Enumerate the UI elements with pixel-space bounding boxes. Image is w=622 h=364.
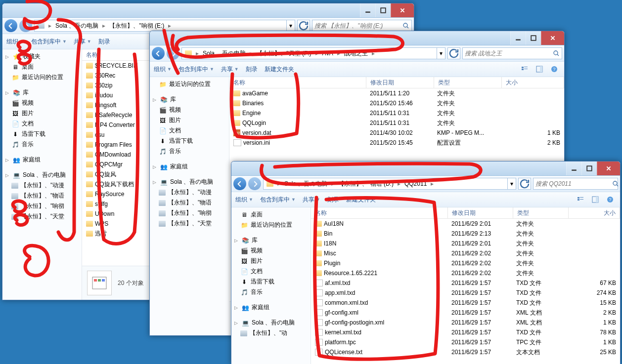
sidebar-computer[interactable]: ▷💻Sola 、吾の电脑 [2, 170, 82, 180]
list-item[interactable]: Binaries2011/5/20 15:46文件夹 [229, 98, 564, 108]
burn-button[interactable]: 刻录 [327, 196, 339, 204]
search-input[interactable] [463, 50, 551, 57]
list-item[interactable]: AuI18N2011/6/29 2:01文件夹 [311, 219, 620, 229]
help-button[interactable]: ? [548, 63, 560, 75]
close-button[interactable] [541, 31, 564, 45]
search-box[interactable] [533, 178, 618, 190]
sidebar-xunlei[interactable]: ⬇迅雷下载 [231, 277, 311, 287]
sidebar-documents[interactable]: 📄文档 [2, 119, 82, 129]
sidebar-drive[interactable]: 【永恒】、"响彻 [150, 208, 229, 218]
sidebar-drive[interactable]: 【永恒】、"动 [231, 328, 311, 338]
share-menu[interactable]: 共享▼ [303, 196, 320, 204]
sidebar-homegroup[interactable]: ▷👥家庭组 [150, 162, 229, 172]
path-dropdown[interactable]: ▾ [507, 178, 516, 189]
list-item[interactable]: common.xml.txd2011/6/29 1:57TXD 文件15 KB [311, 298, 620, 308]
new-folder-button[interactable]: 新建文件夹 [265, 65, 294, 74]
list-item[interactable]: gf-config-postlogin.xml2011/6/29 1:57XML… [311, 318, 620, 327]
share-menu[interactable]: 共享▼ [221, 65, 239, 74]
close-button[interactable] [597, 162, 620, 175]
path-dropdown[interactable]: ▾ [437, 48, 445, 59]
sidebar-homegroup[interactable]: ▷👥家庭组 [231, 302, 311, 313]
breadcrumb-bar[interactable]: ▸ Sola 、吾の电脑▸ 【永恒】、"响彻 (E:)▸ ▾ [34, 20, 295, 32]
new-folder-button[interactable]: 新建文件夹 [346, 196, 376, 204]
sidebar-desktop[interactable]: 🖥桌面 [2, 62, 82, 72]
sidebar-pictures[interactable]: 🖼图片 [231, 256, 311, 266]
refresh-button[interactable] [297, 20, 310, 32]
breadcrumb-item[interactable]: AVA [319, 48, 336, 59]
col-name[interactable]: 名称 [229, 77, 366, 88]
col-size[interactable]: 大小 [569, 207, 620, 218]
search-box[interactable] [312, 20, 412, 32]
breadcrumb-item[interactable]: QQ2011 [401, 178, 430, 189]
list-item[interactable]: Bin2011/6/29 2:13文件夹 [311, 229, 620, 239]
organize-menu[interactable]: 组织▼ [6, 38, 24, 46]
col-date[interactable]: 修改日期 [448, 207, 513, 218]
burn-button[interactable]: 刻录 [98, 38, 110, 46]
back-button[interactable] [152, 47, 165, 60]
sidebar-homegroup[interactable]: ▷👥家庭组 [2, 155, 82, 165]
minimize-button[interactable] [360, 3, 375, 17]
sidebar-computer[interactable]: ▷💻Sola 、吾の电脑 [150, 177, 229, 187]
sidebar-documents[interactable]: 📄文档 [150, 125, 229, 136]
list-item[interactable]: app.xml.txd2011/6/29 1:57TXD 文件274 KB [311, 288, 620, 298]
breadcrumb-item[interactable]: Sola 、吾の电脑 [52, 20, 101, 31]
list-item[interactable]: platform.tpc2011/6/29 1:57TPC 文件1 KB [311, 337, 620, 347]
list-item[interactable]: QQLicense.txt2011/6/29 1:57文本文档25 KB [311, 347, 620, 357]
list-item[interactable]: Plugin2011/6/29 2:02文件夹 [311, 258, 620, 268]
list-item[interactable]: Resource.1.65.22212011/6/29 2:02文件夹 [311, 268, 620, 278]
sidebar-documents[interactable]: 📄文档 [231, 266, 311, 277]
forward-button[interactable] [19, 19, 32, 32]
forward-button[interactable] [167, 47, 179, 60]
list-item[interactable]: avaGame2011/5/11 1:20文件夹 [229, 88, 564, 98]
sidebar-xunlei[interactable]: ⬇迅雷下载 [150, 136, 229, 146]
sidebar-drive[interactable]: 【永恒】、"响彻 [2, 201, 82, 211]
include-lib-menu[interactable]: 包含到库中▼ [178, 65, 214, 74]
titlebar[interactable] [150, 31, 564, 45]
burn-button[interactable]: 刻录 [246, 65, 258, 74]
titlebar[interactable] [2, 3, 414, 18]
sidebar-drive[interactable]: 【永恒】、"物语 [150, 198, 229, 208]
view-options-button[interactable] [575, 194, 586, 205]
titlebar[interactable] [231, 162, 620, 176]
list-item[interactable]: DATversion.dat2011/4/30 10:02KMP - MPEG … [229, 128, 564, 138]
sidebar-pictures[interactable]: 🖼图片 [150, 115, 229, 125]
maximize-button[interactable] [526, 31, 541, 45]
sidebar-libraries[interactable]: ▷📚库 [2, 87, 82, 98]
search-box[interactable] [462, 47, 562, 59]
sidebar-xunlei[interactable]: ⬇迅雷下载 [2, 129, 82, 139]
sidebar-recent[interactable]: 📁最近访问的位置 [2, 72, 82, 82]
sidebar-music[interactable]: 🎵音乐 [2, 139, 82, 150]
sidebar-drive[interactable]: 【永恒】、"天堂 [150, 218, 229, 229]
sidebar-recent[interactable]: 📁最近访问的位置 [231, 220, 311, 230]
file-list[interactable]: AuI18N2011/6/29 2:01文件夹Bin2011/6/29 2:13… [311, 219, 620, 364]
list-item[interactable]: I18N2011/6/29 2:01文件夹 [311, 239, 620, 248]
forward-button[interactable] [248, 177, 261, 190]
include-lib-menu[interactable]: 包含到库中▼ [31, 38, 67, 46]
sidebar-drive[interactable]: 【永恒】、"天堂 [2, 211, 82, 222]
list-item[interactable]: Engine2011/5/11 0:31文件夹 [229, 108, 564, 118]
list-item[interactable]: kernel.xml.txd2011/6/29 1:57TXD 文件78 KB [311, 327, 620, 337]
col-type[interactable]: 类型 [434, 77, 502, 88]
sidebar-music[interactable]: 🎵音乐 [150, 146, 229, 157]
maximize-button[interactable] [581, 162, 597, 175]
breadcrumb-item[interactable]: 【永恒】、"响彻 (E:) [106, 20, 167, 31]
sidebar-favorites[interactable]: ▷⭐收藏夹 [2, 51, 82, 62]
search-input[interactable] [312, 22, 400, 29]
list-item[interactable]: version.ini2011/5/20 15:45配置设置2 KB [229, 138, 564, 148]
minimize-button[interactable] [510, 31, 526, 45]
refresh-button[interactable] [447, 47, 460, 59]
breadcrumb-item[interactable]: Sola 、吾の电脑 [200, 48, 249, 59]
col-date[interactable]: 修改日期 [366, 77, 434, 88]
sidebar-computer[interactable]: ▷💻Sola 、吾の电脑 [231, 318, 311, 328]
sidebar-drive[interactable]: 【永恒】、"动漫 [150, 187, 229, 198]
minimize-button[interactable] [566, 162, 581, 175]
share-menu[interactable]: 共享▼ [74, 38, 91, 46]
search-input[interactable] [533, 180, 612, 187]
include-lib-menu[interactable]: 包含到库中▼ [260, 196, 296, 204]
preview-pane-button[interactable] [533, 63, 545, 75]
sidebar-drive[interactable]: 【永恒】、"动漫 [2, 180, 82, 191]
breadcrumb-bar[interactable]: ▸ Sola 、吾の电脑▸ 【永恒】、"物语 (D:)▸ QQ2011▸ ▾ [263, 178, 516, 190]
breadcrumb-item[interactable]: 【永恒】、"物语 (D:) [335, 178, 397, 189]
view-options-button[interactable] [519, 63, 531, 75]
sidebar-drive[interactable]: 【永恒】、"物语 [2, 191, 82, 201]
